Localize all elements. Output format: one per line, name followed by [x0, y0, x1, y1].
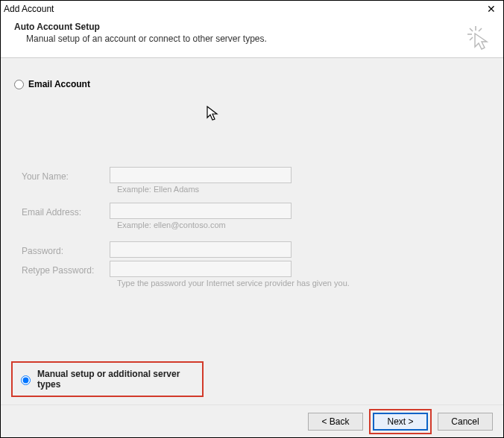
account-form: Your Name: Example: Ellen Adams Email Ad… [22, 167, 490, 288]
back-button[interactable]: < Back [308, 413, 363, 431]
input-your-name [110, 167, 292, 183]
radio-manual-setup-label: Manual setup or additional server types [37, 369, 198, 390]
radio-manual-setup[interactable] [21, 375, 31, 385]
radio-email-account-label: Email Account [28, 79, 90, 89]
label-email: Email Address: [22, 204, 110, 218]
header-title: Auto Account Setup [14, 22, 267, 32]
input-retype-password [110, 261, 292, 277]
input-email [110, 203, 292, 219]
header: Auto Account Setup Manual setup of an ac… [1, 17, 503, 58]
header-text: Auto Account Setup Manual setup of an ac… [14, 22, 267, 44]
hint-email: Example: ellen@contoso.com [117, 220, 490, 229]
row-password: Password: [22, 241, 490, 258]
option-manual-setup[interactable]: Manual setup or additional server types [11, 361, 204, 397]
window-title: Add Account [4, 4, 54, 14]
row-retype-password: Retype Password: [22, 261, 490, 277]
footer: < Back Next > Cancel [1, 404, 503, 437]
titlebar: Add Account ✕ [1, 1, 503, 17]
row-your-name: Your Name: [22, 167, 490, 183]
header-subtitle: Manual setup of an account or connect to… [26, 34, 267, 44]
row-email: Email Address: [22, 203, 490, 219]
add-account-dialog: Add Account ✕ Auto Account Setup Manual … [0, 0, 504, 438]
cursor-click-icon [466, 22, 493, 52]
svg-line-2 [470, 28, 473, 31]
label-retype-password: Retype Password: [22, 262, 110, 276]
input-password [110, 241, 292, 258]
cancel-button[interactable]: Cancel [438, 413, 493, 431]
svg-line-4 [470, 37, 473, 40]
hint-password: Type the password your Internet service … [117, 279, 490, 288]
mouse-cursor-icon [207, 106, 220, 124]
radio-email-account[interactable] [14, 80, 24, 89]
option-email-account[interactable]: Email Account [14, 79, 490, 89]
label-your-name: Your Name: [22, 168, 110, 182]
label-password: Password: [22, 243, 110, 256]
svg-line-3 [479, 28, 482, 31]
next-button-highlight: Next > [369, 409, 432, 434]
close-icon[interactable]: ✕ [484, 2, 499, 16]
body: Email Account Your Name: Example: Ellen … [1, 58, 503, 404]
next-button[interactable]: Next > [373, 413, 428, 431]
hint-your-name: Example: Ellen Adams [117, 185, 490, 194]
